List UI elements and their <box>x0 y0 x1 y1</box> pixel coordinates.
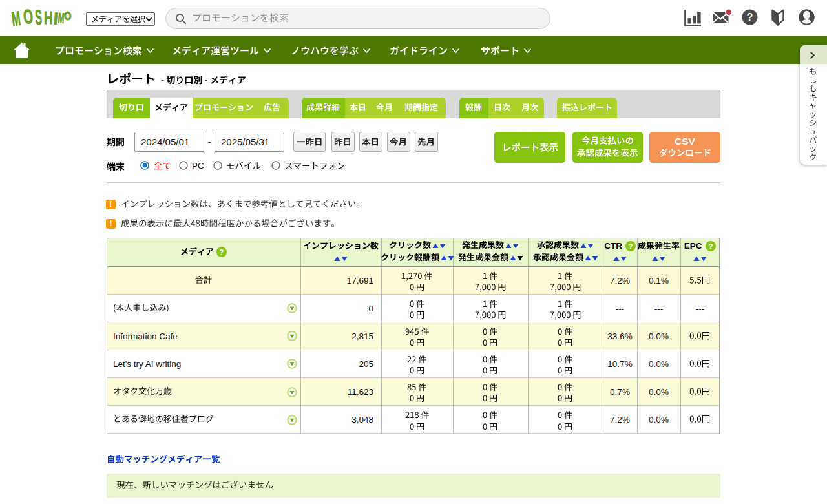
svg-text:?: ? <box>628 242 633 250</box>
svg-text:?: ? <box>708 242 713 250</box>
svg-text:?: ? <box>220 248 224 256</box>
svg-text:?: ? <box>746 11 753 23</box>
